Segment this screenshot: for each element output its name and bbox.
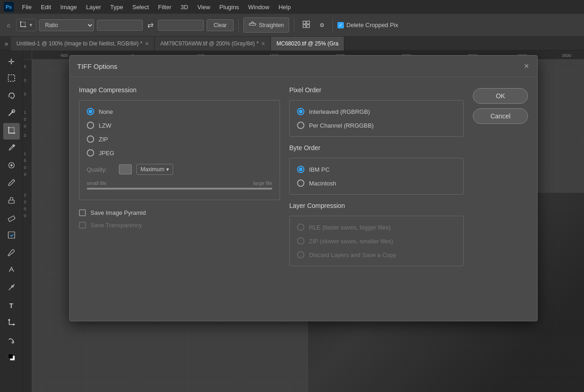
cancel-button[interactable]: Cancel [473,108,528,124]
dialog-overlay: TIFF Options × Image Compression [23,50,584,392]
layer-discard-radio [297,251,304,258]
byte-macintosh-label: Macintosh [309,180,336,187]
menu-view[interactable]: View [194,2,214,12]
menu-file[interactable]: File [18,2,35,12]
crop-tool-selector[interactable]: ▼ [16,19,36,31]
pixel-interleaved-label: Interleaved (RGBRGB) [309,108,370,115]
pixel-order-section: Pixel Order Interleaved (RGBRGB) [289,86,464,137]
smudge-tool[interactable] [3,332,20,349]
pixel-order-title: Pixel Order [289,86,464,94]
compression-jpeg[interactable]: JPEG [87,149,272,157]
menu-image[interactable]: Image [56,2,80,12]
menu-help[interactable]: Help [275,2,295,12]
menu-window[interactable]: Window [244,2,273,12]
menu-type[interactable]: Type [107,2,127,12]
pixel-interleaved-radio[interactable] [297,108,304,115]
wrench-tool[interactable] [3,245,20,262]
separator-2 [294,18,294,32]
slider-labels: small file large file [87,180,272,186]
byte-macintosh-radio[interactable] [297,179,304,187]
tab-am79-close[interactable]: × [261,40,265,47]
compression-zip[interactable]: ZIP [87,135,272,143]
layer-discard: Discard Layers and Save a Copy [297,251,456,258]
compression-jpeg-label: JPEG [99,150,114,157]
paint-bucket-tool[interactable] [3,263,20,279]
delete-cropped-checkbox[interactable]: ✓ [337,22,344,28]
layer-compression-group: RLE (faster saves, bigger files) ZIP (sl… [297,224,456,258]
lasso-icon [7,91,16,102]
tabs-expand-button[interactable]: » [2,39,11,48]
byte-ibm-pc-radio[interactable] [297,166,304,173]
eyedropper-icon [7,143,16,154]
straighten-button[interactable]: Straighten [243,17,289,33]
swap-button[interactable]: ⇄ [146,20,155,30]
pixel-interleaved[interactable]: Interleaved (RGBRGB) [297,108,456,115]
save-transparency-checkbox [79,222,86,229]
quality-dropdown[interactable]: Maximum ▾ [136,164,173,175]
eraser-tool[interactable] [3,210,20,227]
tab-untitled-close[interactable]: × [145,40,149,47]
menu-filter[interactable]: Filter [154,2,175,12]
stamp-tool[interactable] [3,193,20,209]
ratio-dropdown[interactable]: Ratio [39,19,94,31]
crop-tool[interactable] [3,123,20,140]
home-button[interactable]: ⌂ [4,20,13,31]
foreground-color[interactable] [3,350,20,366]
select-tool-2[interactable] [3,228,20,244]
toolbar: ⌂ ▼ Ratio ⇄ Clear Straighten [0,14,584,37]
quality-slider[interactable] [87,188,272,190]
ratio-width-input[interactable] [97,20,143,31]
settings-button[interactable]: ⚙ [316,20,328,31]
menu-select[interactable]: Select [129,2,152,12]
brush-tool[interactable] [3,175,20,192]
text-tool[interactable]: T [3,297,20,314]
grid-overlay-button[interactable] [299,18,314,32]
separator-3 [332,18,333,32]
magic-wand-tool[interactable] [3,106,20,122]
path-selection-tool[interactable] [3,315,20,331]
crop-tool-icon [7,126,16,137]
byte-macintosh[interactable]: Macintosh [297,179,456,187]
quality-dropdown-value: Maximum [140,166,164,173]
move-tool[interactable]: ✛ [3,53,20,70]
color-swatch-icon [7,353,16,364]
save-pyramid-checkbox[interactable] [79,209,86,216]
dialog-close-button[interactable]: × [523,61,530,71]
pixel-per-channel[interactable]: Per Channel (RRGGBB) [297,122,456,129]
tab-am79-label: AM79C970AWW.tif @ 200% (Gray/8#) * [160,40,258,47]
compression-zip-radio[interactable] [87,135,94,143]
byte-ibm-pc[interactable]: IBM PC [297,166,456,173]
menu-layer[interactable]: Layer [83,2,105,12]
crop-tool-arrow: ▼ [28,22,33,28]
compression-jpeg-radio[interactable] [87,149,94,157]
lasso-tool[interactable] [3,88,20,105]
image-compression-title: Image Compression [79,86,280,94]
save-pyramid-item[interactable]: Save Image Pyramid [79,209,280,216]
menu-3d[interactable]: 3D [177,2,192,12]
menu-plugins[interactable]: Plugins [216,2,243,12]
layer-compression-section: Layer Compression RLE (faster saves, big… [289,202,464,266]
tab-am79[interactable]: AM79C970AWW.tif @ 200% (Gray/8#) * × [155,37,271,50]
tab-mc68020[interactable]: MC68020.tif @ 25% (Gra [271,37,344,50]
menu-edit[interactable]: Edit [37,2,55,12]
pen-tool[interactable] [3,280,20,297]
save-transparency-item: Save Transparency [79,222,280,229]
layer-zip-label: ZIP (slower saves, smaller files) [309,238,393,245]
healing-tool[interactable] [3,158,20,174]
marquee-tool[interactable] [3,71,20,87]
compression-none[interactable]: None [87,108,272,115]
clear-button[interactable]: Clear [207,19,234,31]
eyedropper-tool[interactable] [3,140,20,157]
compression-lzw-radio[interactable] [87,122,94,129]
layer-rle-radio [297,224,304,231]
svg-rect-2 [307,21,309,24]
compression-none-radio[interactable] [87,108,94,115]
layer-compression-title: Layer Compression [289,202,464,209]
compression-lzw[interactable]: LZW [87,122,272,129]
tab-untitled[interactable]: Untitled-1 @ 100% (Image to Die Netlist,… [11,37,155,50]
dialog-title-bar: TIFF Options × [70,56,537,77]
svg-point-16 [8,319,10,321]
pixel-per-channel-radio[interactable] [297,122,304,129]
ok-button[interactable]: OK [473,88,528,104]
ratio-height-input[interactable] [158,20,204,31]
